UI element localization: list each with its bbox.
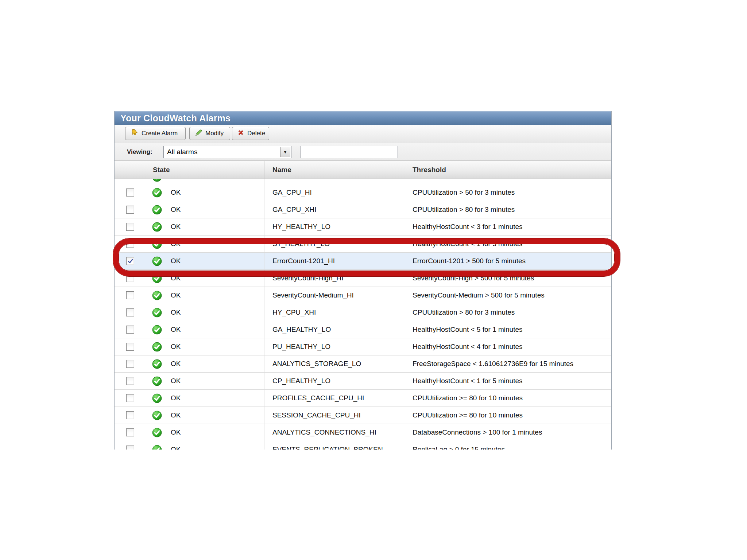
row-checkbox[interactable] [126, 240, 134, 248]
alarm-threshold: HealthyHostCount < 3 for 1 minutes [405, 218, 611, 235]
delete-button[interactable]: Delete [232, 127, 269, 140]
row-checkbox-cell [115, 373, 146, 389]
alarm-name: SESSION_CACHE_CPU_HI [264, 407, 405, 424]
alarm-threshold: CPUUtilization > 80 for 3 minutes [405, 201, 611, 218]
alarm-name [264, 179, 405, 184]
table-row[interactable]: OKHY_HEALTHY_LOHealthyHostCount < 3 for … [115, 218, 611, 236]
chevron-down-icon: ▼ [283, 150, 287, 154]
state-cell: OK [146, 441, 264, 450]
state-cell: OK [146, 218, 264, 235]
window-titlebar: Your CloudWatch Alarms [115, 111, 611, 125]
table-row[interactable]: OKGA_CPU_XHICPUUtilization > 80 for 3 mi… [115, 201, 611, 218]
state-cell: OK [146, 355, 264, 372]
table-row[interactable]: OKSeverityCount-High_HISeverityCount-Hig… [115, 270, 611, 287]
table-row[interactable]: OKSESSION_CACHE_CPU_HICPUUtilization >= … [115, 407, 611, 424]
row-checkbox[interactable] [126, 188, 134, 197]
modify-button[interactable]: Modify [189, 127, 230, 140]
alarm-threshold [405, 179, 611, 184]
row-checkbox[interactable] [126, 428, 134, 436]
row-checkbox-cell [115, 407, 146, 424]
bell-icon [130, 128, 139, 139]
state-label: OK [171, 274, 181, 282]
create-alarm-button[interactable]: Create Alarm [125, 127, 186, 140]
ok-status-icon [152, 445, 162, 450]
state-cell: OK [146, 253, 264, 269]
state-cell: OK [146, 407, 264, 424]
row-checkbox[interactable] [126, 326, 134, 334]
header-name[interactable]: Name [264, 161, 405, 179]
alarm-threshold: HealthyHostCount < 5 for 1 minutes [405, 321, 611, 338]
alarm-name: ANALYTICS_STORAGE_LO [264, 355, 405, 372]
viewing-selected-value: All alarms [164, 146, 280, 158]
row-checkbox-cell [115, 304, 146, 321]
delete-label: Delete [247, 130, 265, 137]
alarm-name: ST_HEALTHY_LO [264, 236, 405, 252]
table-row[interactable]: OKANALYTICS_CONNECTIONS_HIDatabaseConnec… [115, 424, 611, 441]
state-label: OK [171, 188, 181, 197]
header-threshold[interactable]: Threshold [405, 161, 611, 179]
table-row[interactable]: OKANALYTICS_STORAGE_LOFreeStorageSpace <… [115, 355, 611, 373]
state-cell: OK [146, 304, 264, 321]
alarm-name: ANALYTICS_CONNECTIONS_HI [264, 424, 405, 441]
ok-status-icon [152, 239, 162, 249]
ok-status-icon [152, 222, 162, 232]
row-checkbox-cell [115, 441, 146, 450]
ok-status-icon [152, 393, 162, 403]
table-row[interactable]: OKSeverityCount-Medium_HISeverityCount-M… [115, 287, 611, 304]
state-label: OK [171, 360, 181, 368]
alarm-name: ErrorCount-1201_HI [264, 253, 405, 269]
table-row[interactable]: OKGA_HEALTHY_LOHealthyHostCount < 5 for … [115, 321, 611, 338]
state-cell: OK [146, 424, 264, 441]
search-input[interactable] [301, 146, 398, 158]
ok-status-icon [152, 325, 162, 335]
pencil-icon [194, 129, 202, 139]
row-checkbox-cell [115, 179, 146, 184]
row-checkbox[interactable] [126, 377, 134, 385]
ok-status-icon [152, 376, 162, 386]
table-row[interactable]: OKHY_CPU_XHICPUUtilization > 80 for 3 mi… [115, 304, 611, 321]
table-row[interactable]: OK [115, 179, 611, 184]
table-body: OKOKGA_CPU_HICPUUtilization > 50 for 3 m… [115, 179, 611, 450]
state-cell: OK [146, 179, 264, 184]
alarm-threshold: FreeStorageSpace < 1.610612736E9 for 15 … [405, 355, 611, 372]
table-row[interactable]: OKST_HEALTHY_LOHealthyHostCount < 1 for … [115, 236, 611, 253]
alarm-name: PU_HEALTHY_LO [264, 338, 405, 355]
state-cell: OK [146, 373, 264, 389]
row-checkbox[interactable] [126, 274, 134, 282]
state-label: OK [171, 291, 181, 299]
alarm-name: PROFILES_CACHE_CPU_HI [264, 390, 405, 407]
row-checkbox[interactable] [126, 291, 134, 299]
row-checkbox-checked[interactable] [126, 257, 134, 265]
row-checkbox-cell [115, 253, 146, 269]
dropdown-arrow-button[interactable]: ▼ [280, 147, 290, 157]
table-row[interactable]: OKGA_CPU_HICPUUtilization > 50 for 3 min… [115, 184, 611, 201]
row-checkbox[interactable] [126, 411, 134, 419]
alarm-threshold: HealthyHostCount < 1 for 5 minutes [405, 373, 611, 389]
ok-status-icon [152, 411, 162, 420]
create-alarm-label: Create Alarm [142, 130, 178, 137]
row-checkbox-cell [115, 355, 146, 372]
table-row[interactable]: OKErrorCount-1201_HIErrorCount-1201 > 50… [115, 253, 611, 270]
row-checkbox[interactable] [126, 206, 134, 214]
alarm-threshold: ErrorCount-1201 > 500 for 5 minutes [405, 253, 611, 269]
ok-status-icon [152, 428, 162, 438]
row-checkbox[interactable] [126, 360, 134, 368]
state-label: OK [171, 377, 181, 385]
header-state[interactable]: State [146, 161, 264, 179]
row-checkbox[interactable] [126, 343, 134, 351]
row-checkbox[interactable] [126, 446, 134, 450]
table-row[interactable]: OKPU_HEALTHY_LOHealthyHostCount < 4 for … [115, 338, 611, 355]
row-checkbox[interactable] [126, 223, 134, 231]
table-row[interactable]: OKEVENTS_REPLICATION_BROKENReplicaLag > … [115, 441, 611, 450]
table-row[interactable]: OKPROFILES_CACHE_CPU_HICPUUtilization >=… [115, 390, 611, 407]
alarm-name: HY_HEALTHY_LO [264, 218, 405, 235]
alarm-threshold: SeverityCount-Medium > 500 for 5 minutes [405, 287, 611, 304]
alarm-threshold: CPUUtilization > 80 for 3 minutes [405, 304, 611, 321]
table-row[interactable]: OKCP_HEALTHY_LOHealthyHostCount < 1 for … [115, 373, 611, 390]
row-checkbox[interactable] [126, 394, 134, 402]
page-background: { "window": { "title": "Your CloudWatch … [0, 0, 747, 560]
alarm-threshold: DatabaseConnections > 100 for 1 minutes [405, 424, 611, 441]
viewing-select[interactable]: All alarms ▼ [163, 146, 291, 158]
row-checkbox[interactable] [126, 308, 134, 316]
alarm-threshold: CPUUtilization > 50 for 3 minutes [405, 184, 611, 201]
